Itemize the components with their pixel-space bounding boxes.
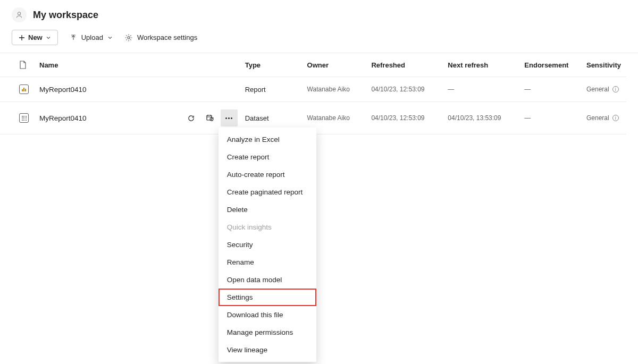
- svg-point-0: [18, 12, 20, 15]
- workspace-settings-button[interactable]: Workspace settings: [124, 33, 197, 42]
- new-button-label: New: [28, 33, 43, 41]
- chevron-down-icon: [46, 35, 51, 40]
- menu-item-analyze-in-excel[interactable]: Analyze in Excel: [219, 131, 316, 134]
- plus-icon: [19, 35, 25, 41]
- next-refresh-cell: 04/10/23, 13:53:09: [442, 102, 519, 134]
- name-cell[interactable]: MyReport0410: [34, 77, 177, 102]
- workspace-settings-label: Workspace settings: [137, 33, 197, 41]
- col-sensitivity[interactable]: Sensitivity: [581, 53, 626, 77]
- table-row[interactable]: MyReport0410 Report Watanabe Aiko 04/10/…: [0, 77, 626, 102]
- upload-icon: [70, 34, 77, 41]
- person-icon: [15, 11, 23, 19]
- workspace-title: My workspace: [33, 10, 98, 21]
- schedule-refresh-button[interactable]: [202, 109, 219, 126]
- next-refresh-cell: —: [442, 77, 519, 102]
- dataset-type-icon: [19, 113, 29, 123]
- file-icon-header: [0, 53, 34, 77]
- svg-point-1: [128, 36, 130, 38]
- col-type[interactable]: Type: [240, 53, 302, 77]
- more-icon: [225, 117, 232, 119]
- workspace-avatar: [12, 7, 27, 22]
- info-icon[interactable]: i: [612, 86, 619, 92]
- upload-label: Upload: [81, 33, 103, 41]
- upload-button[interactable]: Upload: [70, 33, 113, 41]
- sensitivity-cell: General: [586, 114, 609, 122]
- refreshed-cell: 04/10/23, 12:53:09: [366, 77, 442, 102]
- col-refreshed[interactable]: Refreshed: [366, 53, 442, 77]
- col-next-refresh[interactable]: Next refresh: [442, 53, 519, 77]
- sensitivity-cell: General: [586, 86, 609, 93]
- endorsement-cell: —: [519, 102, 581, 134]
- owner-cell: Watanabe Aiko: [302, 77, 366, 102]
- content-table-wrap: Name Type Owner Refreshed Next refresh E…: [0, 53, 638, 134]
- info-icon[interactable]: i: [612, 115, 619, 121]
- col-name[interactable]: Name: [34, 53, 177, 77]
- name-cell[interactable]: MyReport0410: [34, 102, 177, 134]
- more-options-button[interactable]: [221, 109, 238, 126]
- chevron-down-icon: [107, 35, 113, 40]
- report-type-icon: [19, 84, 29, 94]
- gear-icon: [124, 33, 133, 42]
- table-header-row: Name Type Owner Refreshed Next refresh E…: [0, 53, 626, 77]
- refreshed-cell: 04/10/23, 12:53:09: [366, 102, 442, 134]
- context-menu: Analyze in ExcelCreate reportAuto-create…: [219, 128, 316, 134]
- new-button[interactable]: New: [12, 30, 58, 45]
- schedule-refresh-icon: [206, 114, 214, 122]
- col-endorsement[interactable]: Endorsement: [519, 53, 581, 77]
- file-icon: [19, 61, 27, 69]
- refresh-icon: [187, 114, 195, 122]
- content-table: Name Type Owner Refreshed Next refresh E…: [0, 53, 626, 134]
- refresh-now-button[interactable]: [182, 109, 199, 126]
- endorsement-cell: —: [519, 77, 581, 102]
- type-cell: Report: [240, 77, 302, 102]
- toolbar: New Upload Workspace settings: [0, 26, 638, 53]
- workspace-header: My workspace: [0, 0, 638, 26]
- col-owner[interactable]: Owner: [302, 53, 366, 77]
